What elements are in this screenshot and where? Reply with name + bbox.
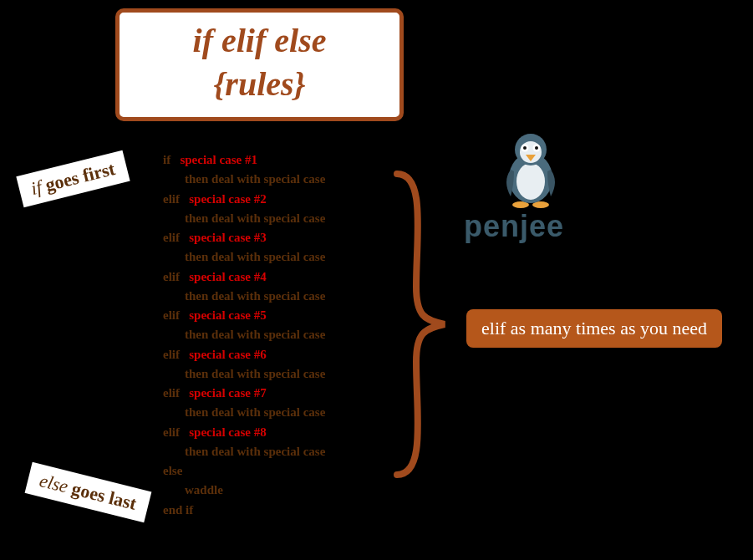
kw-elif-2: elif	[163, 192, 180, 206]
kw-elif-7: elif	[163, 386, 180, 400]
cond-7: special case #7	[189, 386, 266, 400]
label-if-rest: goes first	[38, 158, 117, 196]
label-else-last: else goes last	[25, 462, 151, 522]
action-8: then deal with special case	[185, 442, 325, 461]
action-5: then deal with special case	[185, 325, 325, 344]
action-2: then deal with special case	[185, 209, 325, 228]
kw-else: else	[163, 464, 182, 477]
elif-note-box: elif as many times as you need	[466, 309, 722, 348]
label-if-first: if goes first	[16, 150, 130, 207]
title-line1: if elif else	[120, 19, 399, 63]
penguin-icon	[497, 130, 564, 209]
action-3: then deal with special case	[185, 247, 325, 267]
label-else-rest: goes last	[65, 476, 139, 514]
action-1: then deal with special case	[185, 170, 325, 189]
action-4: then deal with special case	[185, 287, 325, 306]
svg-point-3	[516, 163, 545, 200]
penjee-logo: penjee	[464, 209, 564, 244]
action-waddle: waddle	[185, 481, 325, 500]
kw-endif: end if	[163, 503, 193, 517]
kw-elif-5: elif	[163, 308, 180, 322]
cond-8: special case #8	[189, 425, 266, 439]
cond-6: special case #6	[189, 348, 266, 361]
code-block: if special case #1 then deal with specia…	[163, 150, 325, 520]
title-box: if elif else {rules}	[115, 8, 404, 121]
cond-4: special case #4	[189, 270, 266, 283]
action-7: then deal with special case	[185, 403, 325, 422]
kw-if: if	[163, 153, 170, 166]
svg-point-8	[523, 146, 527, 150]
action-6: then deal with special case	[185, 364, 325, 384]
curly-brace-icon	[384, 170, 451, 479]
kw-elif-6: elif	[163, 348, 180, 361]
title-line2: {rules}	[120, 63, 399, 106]
cond-1: special case #1	[180, 153, 257, 166]
elif-note-text: elif as many times as you need	[481, 318, 707, 339]
cond-5: special case #5	[189, 308, 266, 322]
kw-elif-8: elif	[163, 425, 180, 439]
logo-text: penjee	[464, 209, 564, 243]
kw-elif-3: elif	[163, 231, 180, 244]
cond-2: special case #2	[189, 192, 266, 206]
cond-3: special case #3	[189, 231, 266, 244]
kw-elif-4: elif	[163, 270, 180, 283]
svg-point-9	[535, 146, 538, 150]
